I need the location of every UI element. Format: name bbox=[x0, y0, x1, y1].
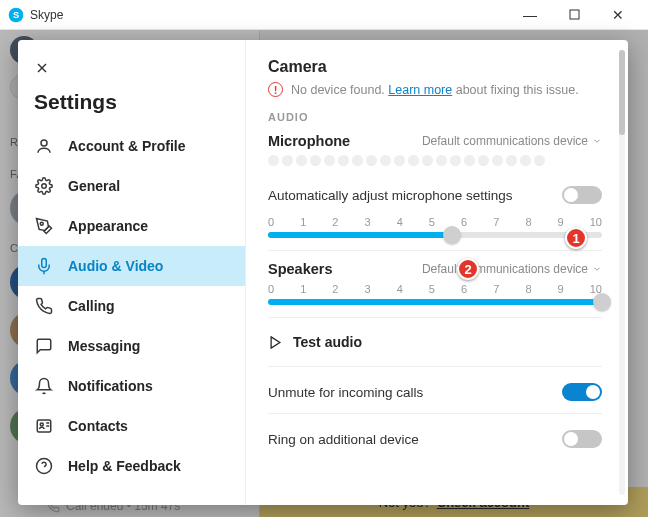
warning-icon: ! bbox=[268, 82, 283, 97]
svg-rect-8 bbox=[42, 259, 47, 268]
chevron-down-icon bbox=[592, 136, 602, 146]
settings-title: Settings bbox=[18, 86, 245, 126]
speaker-volume-slider[interactable]: 012345678910 bbox=[268, 283, 602, 309]
settings-modal: Settings Account & Profile General Appea… bbox=[18, 40, 628, 505]
camera-warning: ! No device found. Learn more about fixi… bbox=[268, 82, 602, 97]
speakers-device-select[interactable]: Default communications device bbox=[422, 262, 602, 276]
svg-marker-14 bbox=[271, 336, 280, 347]
ring-additional-label: Ring on additional device bbox=[268, 432, 419, 447]
svg-point-5 bbox=[41, 140, 47, 146]
mic-volume-slider[interactable]: 012345678910 bbox=[268, 216, 602, 242]
nav-contacts[interactable]: Contacts bbox=[18, 406, 245, 446]
skype-icon: S bbox=[8, 7, 24, 23]
mic-level-meter bbox=[268, 155, 602, 166]
speakers-heading: Speakers bbox=[268, 261, 333, 277]
nav-account-profile[interactable]: Account & Profile bbox=[18, 126, 245, 166]
help-icon bbox=[34, 456, 54, 476]
nav-messaging[interactable]: Messaging bbox=[18, 326, 245, 366]
unmute-toggle[interactable] bbox=[562, 383, 602, 401]
nav-audio-video[interactable]: Audio & Video bbox=[18, 246, 245, 286]
settings-content: Camera ! No device found. Learn more abo… bbox=[246, 40, 628, 505]
nav-help[interactable]: Help & Feedback bbox=[18, 446, 245, 486]
annotation-2: 2 bbox=[457, 258, 479, 280]
chat-icon bbox=[34, 336, 54, 356]
svg-text:S: S bbox=[13, 10, 19, 20]
close-settings-button[interactable] bbox=[24, 50, 60, 86]
svg-rect-2 bbox=[570, 10, 579, 19]
audio-section-label: AUDIO bbox=[268, 111, 602, 123]
test-audio-button[interactable]: Test audio bbox=[268, 328, 602, 360]
settings-sidebar: Settings Account & Profile General Appea… bbox=[18, 40, 246, 505]
window-titlebar: S Skype — ✕ bbox=[0, 0, 648, 30]
svg-point-11 bbox=[40, 423, 43, 426]
play-icon bbox=[268, 335, 283, 350]
minimize-button[interactable]: — bbox=[508, 1, 552, 29]
close-window-button[interactable]: ✕ bbox=[596, 1, 640, 29]
contacts-icon bbox=[34, 416, 54, 436]
annotation-1: 1 bbox=[565, 227, 587, 249]
microphone-device-select[interactable]: Default communications device bbox=[422, 134, 602, 148]
learn-more-link[interactable]: Learn more bbox=[388, 83, 452, 97]
chevron-down-icon bbox=[592, 264, 602, 274]
ring-additional-toggle[interactable] bbox=[562, 430, 602, 448]
svg-point-6 bbox=[42, 184, 47, 189]
nav-calling[interactable]: Calling bbox=[18, 286, 245, 326]
auto-adjust-label: Automatically adjust microphone settings bbox=[268, 188, 513, 203]
window-title: Skype bbox=[30, 8, 508, 22]
nav-notifications[interactable]: Notifications bbox=[18, 366, 245, 406]
nav-appearance[interactable]: Appearance bbox=[18, 206, 245, 246]
maximize-button[interactable] bbox=[552, 1, 596, 29]
svg-point-7 bbox=[40, 222, 43, 225]
settings-scrollbar[interactable] bbox=[619, 50, 625, 495]
bell-icon bbox=[34, 376, 54, 396]
camera-heading: Camera bbox=[268, 58, 602, 76]
auto-adjust-toggle[interactable] bbox=[562, 186, 602, 204]
nav-general[interactable]: General bbox=[18, 166, 245, 206]
unmute-label: Unmute for incoming calls bbox=[268, 385, 423, 400]
phone-icon bbox=[34, 296, 54, 316]
microphone-heading: Microphone bbox=[268, 133, 350, 149]
brush-icon bbox=[34, 216, 54, 236]
microphone-icon bbox=[34, 256, 54, 276]
person-icon bbox=[34, 136, 54, 156]
gear-icon bbox=[34, 176, 54, 196]
